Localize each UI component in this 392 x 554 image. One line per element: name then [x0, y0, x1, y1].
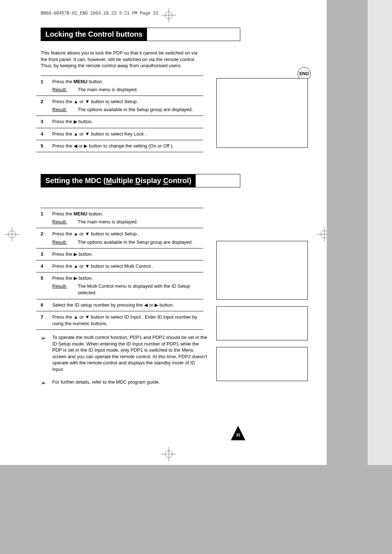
section1-title: Locking the Control buttons — [41, 28, 147, 41]
screenshot-placeholder — [216, 347, 308, 381]
screenshot-placeholder — [216, 306, 308, 340]
step-row: 4 Press the ▲ or ▼ button to select Key … — [36, 128, 203, 140]
section2-steps: 1 Press the MENU button. Result: The mai… — [36, 208, 203, 330]
note-row: ➢ To operate the multi control function,… — [36, 332, 208, 375]
step-row: 7 Press the ▲ or ▼ button to select ID I… — [36, 311, 203, 330]
note-row: ➢ For further details, refer to the MDC … — [36, 377, 208, 388]
result-label: Result: — [52, 86, 78, 93]
step-row: 1 Press the MENU button. Result: The mai… — [36, 208, 203, 228]
step-row: 5 Press the ◀ or ▶ button to change the … — [36, 140, 203, 152]
section2-heading: Setting the MDC (Multiple Display Contro… — [41, 174, 240, 187]
crop-mark-top — [162, 8, 176, 23]
step-row: 2 Press the ▲ or ▼ button to select Setu… — [36, 228, 203, 248]
step-row: 2 Press the ▲ or ▼ button to select Setu… — [36, 96, 203, 116]
step-row: 6 Select the ID setup number by pressing… — [36, 299, 203, 311]
page-number-badge: 31 — [231, 426, 245, 440]
step-row: 4 Press the ▲ or ▼ button to select Mult… — [36, 260, 203, 272]
screenshot-placeholder — [216, 78, 308, 148]
screenshot-placeholder — [216, 241, 308, 300]
crop-mark-bottom — [162, 447, 176, 461]
scan-gutter-bottom — [0, 465, 392, 554]
manual-page: BN68-00457B-01_ENG 2003.10.23 3:21 PM Pa… — [0, 0, 327, 465]
section2-title: Setting the MDC (Multiple Display Contro… — [41, 174, 196, 187]
crop-mark-left — [5, 227, 19, 242]
step-row: 3 Press the ▶ button. — [36, 248, 203, 260]
note-icon: ➢ — [41, 379, 52, 386]
scan-gutter-right — [327, 0, 368, 465]
step-row: 1 Press the MENU button. Result: The mai… — [36, 76, 203, 96]
section1-heading: Locking the Control buttons — [41, 28, 240, 41]
section1-intro: This feature allows you to lock the PDP … — [41, 50, 200, 69]
step-row: 3 Press the ▶ button. — [36, 116, 203, 128]
note-icon: ➢ — [41, 334, 52, 372]
section1-steps: 1 Press the MENU button. Result: The mai… — [36, 76, 203, 152]
step-row: 5 Press the ▶ button. Result: The Multi … — [36, 272, 203, 299]
